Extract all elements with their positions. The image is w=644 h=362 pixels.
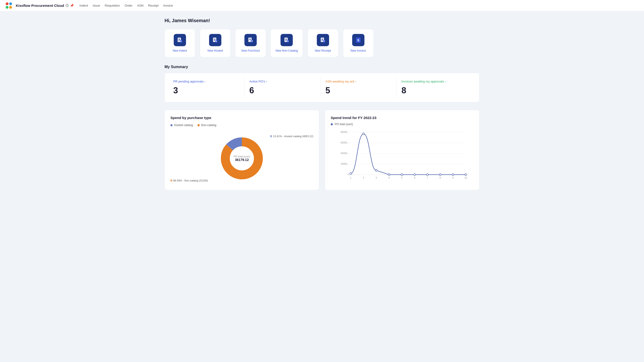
card-icon-new-invoice: $ xyxy=(352,34,364,46)
svg-text:9: 9 xyxy=(452,176,454,179)
svg-text:6: 6 xyxy=(414,176,415,179)
card-icon-new-non-catalog xyxy=(280,34,293,46)
summary-title: My Summary xyxy=(164,65,480,69)
svg-text:2: 2 xyxy=(363,176,364,179)
greeting-text: Hi, James Wiseman! xyxy=(164,18,480,23)
datapoint-10 xyxy=(465,174,467,176)
svg-rect-2 xyxy=(178,40,180,40)
svg-rect-17 xyxy=(286,40,287,40)
svg-text:8: 8 xyxy=(440,176,441,179)
spend-by-type-chart: Spend by purchase type Hosted catalog No… xyxy=(164,110,319,190)
card-new-non-catalog[interactable]: New Non-Catalog xyxy=(270,29,303,57)
card-label-new-receipt: New Receipt xyxy=(315,49,331,52)
svg-rect-10 xyxy=(216,41,217,42)
nav-invoice[interactable]: Invoice xyxy=(163,4,173,7)
summary-asn-label[interactable]: ASN awaiting my ack › xyxy=(326,80,392,83)
app-header: Kissflow Procurement Cloud ⓘ 📌 Indent Is… xyxy=(0,0,644,11)
summary-invoices-value: 8 xyxy=(402,86,468,96)
legend-dot-hosted xyxy=(170,124,172,126)
svg-text:10: 10 xyxy=(464,176,467,179)
card-icon-new-receipt xyxy=(317,34,329,46)
card-label-new-indent: New Indent xyxy=(173,49,187,52)
donut-chart-area: Hosted catalog Non-catalog 13.41% - Host… xyxy=(170,124,313,184)
legend-hosted: Hosted catalog xyxy=(170,124,193,127)
datapoint-1 xyxy=(350,173,352,175)
nav-requisition[interactable]: Requisition xyxy=(105,4,120,7)
summary-asn-value: 5 xyxy=(326,86,392,96)
nav-asn[interactable]: ASN xyxy=(137,4,144,7)
line-legend-label: PO total (sum) xyxy=(335,122,353,126)
datapoint-9 xyxy=(452,174,454,176)
svg-rect-16 xyxy=(286,39,287,39)
legend-noncatalog: Non-catalog xyxy=(198,124,216,127)
datapoint-4 xyxy=(388,174,390,176)
line-chart-svg: 80000... 60000... 40000... 20000... 0 xyxy=(331,129,474,180)
summary-active-po: Active PO's › 6 xyxy=(245,78,321,97)
datapoint-6 xyxy=(414,174,416,176)
nav-order[interactable]: Order xyxy=(125,4,132,7)
card-new-punchout[interactable]: New Punchout xyxy=(235,29,266,57)
svg-rect-13 xyxy=(249,40,251,40)
svg-text:1: 1 xyxy=(350,176,352,179)
summary-card: PR pending approvals › 3 Active PO's › 6… xyxy=(164,73,480,102)
nav-receipt[interactable]: Receipt xyxy=(148,4,159,7)
annotation-noncatalog: 86.59% - Non-catalog (31326) xyxy=(170,179,208,182)
svg-text:0: 0 xyxy=(348,173,349,176)
svg-rect-8 xyxy=(214,40,215,41)
line-chart-area: PO total (sum) 80000... 60000... 40000..… xyxy=(331,122,474,182)
svg-text:3: 3 xyxy=(376,176,377,179)
logo-dot-blue xyxy=(9,2,12,5)
chevron-asn: › xyxy=(355,80,356,83)
annotation-dot-noncatalog xyxy=(170,180,172,182)
svg-rect-7 xyxy=(214,40,216,40)
summary-pr-pending: PR pending approvals › 3 xyxy=(171,78,245,97)
datapoint-5 xyxy=(401,174,403,176)
donut-center-label: PR total (sum) xyxy=(234,155,250,158)
summary-po-label[interactable]: Active PO's › xyxy=(250,80,316,83)
card-label-new-hosted: New Hosted xyxy=(208,49,223,52)
logo xyxy=(6,2,12,9)
svg-rect-1 xyxy=(178,39,180,39)
svg-rect-22 xyxy=(322,40,323,40)
card-icon-new-indent xyxy=(174,34,186,46)
summary-po-value: 6 xyxy=(250,86,316,96)
nav-issue[interactable]: Issue xyxy=(93,4,100,7)
svg-rect-23 xyxy=(322,40,323,41)
chevron-po: › xyxy=(266,80,267,83)
logo-dot-green xyxy=(6,6,8,9)
card-new-invoice[interactable]: $ New Invoice xyxy=(343,29,374,57)
svg-rect-21 xyxy=(322,39,323,39)
spend-trend-title: Spend trend for FY 2022-23 xyxy=(331,116,474,120)
chevron-invoices: › xyxy=(445,80,446,83)
pin-icon[interactable]: 📌 xyxy=(70,4,74,7)
summary-pr-label[interactable]: PR pending approvals › xyxy=(173,80,240,83)
summary-asn: ASN awaiting my ack › 5 xyxy=(321,78,397,97)
svg-text:$: $ xyxy=(357,38,359,42)
brand-section: Kissflow Procurement Cloud ⓘ 📌 xyxy=(16,4,74,8)
legend-label-hosted: Hosted catalog xyxy=(174,124,193,127)
annotation-hosted: 13.41% - Hosted catalog (4853.12) xyxy=(270,135,313,138)
main-content: Hi, James Wiseman! New Indent New Hosted… xyxy=(157,11,487,197)
charts-row: Spend by purchase type Hosted catalog No… xyxy=(164,110,480,190)
line-legend-dot xyxy=(331,123,333,126)
card-new-receipt[interactable]: New Receipt xyxy=(308,29,338,57)
legend-label-noncatalog: Non-catalog xyxy=(201,124,216,127)
svg-text:20000...: 20000... xyxy=(340,162,349,165)
svg-text:4: 4 xyxy=(388,176,390,179)
nav-indent[interactable]: Indent xyxy=(80,4,88,7)
action-cards-row: New Indent New Hosted New Punchout New N… xyxy=(164,29,480,57)
legend-dot-noncatalog xyxy=(198,124,200,126)
info-icon[interactable]: ⓘ xyxy=(66,4,68,8)
donut-svg-wrapper: PR total (sum) 36179.12 xyxy=(216,132,268,184)
summary-invoices-label[interactable]: Invoices awaiting my approvals › xyxy=(402,80,468,83)
card-label-new-invoice: New Invoice xyxy=(350,49,366,52)
svg-rect-18 xyxy=(286,40,287,41)
datapoint-3 xyxy=(375,170,377,171)
datapoint-2 xyxy=(362,133,364,135)
chevron-pr: › xyxy=(204,80,205,83)
card-new-hosted[interactable]: New Hosted xyxy=(200,29,230,57)
card-new-indent[interactable]: New Indent xyxy=(164,29,195,57)
annotation-dot-hosted xyxy=(270,135,272,137)
line-path xyxy=(351,134,466,175)
summary-pr-value: 3 xyxy=(173,86,240,96)
